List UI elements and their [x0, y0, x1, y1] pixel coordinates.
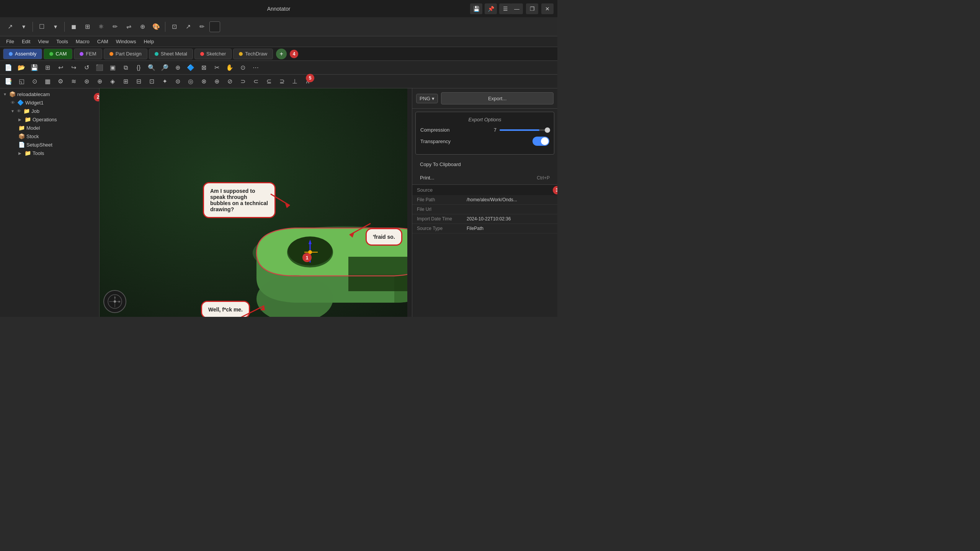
- menu-windows[interactable]: Windows: [113, 38, 139, 45]
- tb3-9[interactable]: ◈: [106, 75, 119, 88]
- tb2-undo[interactable]: ↩: [54, 62, 67, 74]
- tab-fem[interactable]: FEM: [74, 49, 102, 59]
- tb2-search2[interactable]: 🔎: [158, 62, 171, 74]
- tb3-10[interactable]: ⊞: [119, 75, 132, 88]
- tab-techdraw[interactable]: TechDraw: [233, 49, 273, 59]
- tree-stock[interactable]: 📦 Stock: [0, 132, 99, 140]
- pin-icon-btn[interactable]: 📌: [485, 3, 497, 14]
- tb2-more1[interactable]: ⊙: [237, 62, 249, 74]
- color-tool-btn[interactable]: 🎨: [150, 21, 162, 33]
- tb3-8[interactable]: ⊕: [93, 75, 106, 88]
- link-tool-btn[interactable]: ⇌: [122, 21, 135, 33]
- tb3-7[interactable]: ⊛: [80, 75, 93, 88]
- copy-clipboard-item[interactable]: Copy To Clipboard: [415, 158, 554, 170]
- tb3-12[interactable]: ⊡: [145, 75, 158, 88]
- tb2-pan[interactable]: ⊠: [198, 62, 210, 74]
- tree-setupsheet[interactable]: 📄 SetupSheet: [0, 140, 99, 149]
- tb2-cube[interactable]: ⬛: [93, 62, 106, 74]
- tb2-grid[interactable]: ⊞: [41, 62, 54, 74]
- menu-file[interactable]: File: [3, 38, 17, 45]
- tb3-4[interactable]: ▦: [41, 75, 54, 88]
- atom-tool-btn[interactable]: ⚛: [95, 21, 107, 33]
- tb3-16[interactable]: ⊗: [198, 75, 210, 88]
- tb2-open[interactable]: 📂: [15, 62, 28, 74]
- print-item[interactable]: Print... Ctrl+P: [415, 172, 554, 184]
- fill-tool-btn[interactable]: ◼: [67, 21, 80, 33]
- tb2-redo[interactable]: ↪: [67, 62, 80, 74]
- pencil-tool-btn[interactable]: ✏: [109, 21, 121, 33]
- tree-job[interactable]: ▼ 👁 📁 Job: [0, 107, 99, 115]
- slider-thumb[interactable]: [545, 127, 550, 133]
- tb2-new[interactable]: 📄: [2, 62, 15, 74]
- fill-square-btn[interactable]: [209, 21, 220, 32]
- tb2-save[interactable]: 💾: [28, 62, 41, 74]
- tb3-3[interactable]: ⊙: [28, 75, 41, 88]
- tb2-zoom[interactable]: ⊕: [172, 62, 184, 74]
- tb2-search1[interactable]: 🔍: [145, 62, 158, 74]
- 3d-viewport[interactable]: 1 5 Am I supposed to speak through bubbl…: [100, 88, 412, 317]
- menu-help[interactable]: Help: [140, 38, 157, 45]
- table-tool-btn[interactable]: ⊞: [81, 21, 93, 33]
- tb3-21[interactable]: ⊆: [263, 75, 275, 88]
- tb2-code[interactable]: {}: [132, 62, 145, 74]
- tb3-22[interactable]: ⊇: [276, 75, 288, 88]
- export-button[interactable]: Export...: [441, 92, 554, 104]
- tree-operations[interactable]: ▶ 📁 Operations: [0, 115, 99, 124]
- tb2-iso[interactable]: 🔷: [185, 62, 197, 74]
- maximize-button[interactable]: ❐: [526, 3, 538, 14]
- minimize-button[interactable]: —: [511, 3, 523, 14]
- comment-tool-btn[interactable]: ☐: [36, 21, 48, 33]
- eye-widget1[interactable]: 👁: [11, 100, 15, 105]
- tab-cam[interactable]: CAM: [44, 49, 72, 59]
- tb3-11[interactable]: ⊟: [132, 75, 145, 88]
- transparency-toggle[interactable]: [532, 137, 549, 146]
- save-icon-btn[interactable]: 💾: [470, 3, 482, 14]
- tb3-18[interactable]: ⊘: [224, 75, 236, 88]
- tb2-clip[interactable]: ✂: [211, 62, 223, 74]
- tb3-6[interactable]: ≋: [67, 75, 80, 88]
- add-tab-button[interactable]: +: [276, 49, 287, 59]
- tb3-1[interactable]: 📑: [2, 75, 15, 88]
- separator-3: [165, 22, 165, 32]
- format-select[interactable]: PNG ▾: [416, 94, 438, 103]
- compression-slider[interactable]: [500, 129, 549, 131]
- tree-root[interactable]: ▼ 📦 reloadablecam 2: [0, 90, 99, 98]
- tb3-20[interactable]: ⊂: [250, 75, 262, 88]
- menu-edit[interactable]: Edit: [19, 38, 33, 45]
- eye-job[interactable]: 👁: [17, 109, 21, 113]
- tb3-23[interactable]: ⊥: [289, 75, 301, 88]
- menu-icon-btn[interactable]: ☰: [499, 3, 511, 14]
- tb2-hand[interactable]: ✋: [224, 62, 236, 74]
- arrow-tool-btn[interactable]: ↗: [4, 21, 16, 33]
- tb3-17[interactable]: ⊕: [211, 75, 223, 88]
- menu-cam[interactable]: CAM: [94, 38, 111, 45]
- tb3-19[interactable]: ⊃: [237, 75, 249, 88]
- tab-sketcher[interactable]: Sketcher: [194, 49, 232, 59]
- tab-sheet-metal[interactable]: Sheet Metal: [149, 49, 193, 59]
- tab-assembly[interactable]: Assembly: [3, 49, 42, 59]
- zoom-tool-btn[interactable]: ⊕: [136, 21, 149, 33]
- tb2-box[interactable]: ▣: [106, 62, 119, 74]
- tb3-15[interactable]: ◎: [185, 75, 197, 88]
- close-button[interactable]: ✕: [541, 3, 554, 14]
- tb2-more2[interactable]: ⋯: [250, 62, 262, 74]
- menu-tools[interactable]: Tools: [53, 38, 71, 45]
- tb3-13[interactable]: ✦: [158, 75, 171, 88]
- menu-macro[interactable]: Macro: [73, 38, 93, 45]
- tree-tools[interactable]: ▶ 📁 Tools: [0, 149, 99, 157]
- tb2-transform[interactable]: ⧉: [119, 62, 132, 74]
- expand-tool-btn[interactable]: ↗: [182, 21, 194, 33]
- tb3-5[interactable]: ⚙: [54, 75, 67, 88]
- eyedropper-tool-btn[interactable]: ✏: [196, 21, 208, 33]
- arrow-dropdown-btn[interactable]: ▾: [18, 21, 30, 33]
- viewport-scrollbar[interactable]: [407, 88, 412, 317]
- tree-model[interactable]: 📁 Model: [0, 124, 99, 132]
- menu-view[interactable]: View: [35, 38, 52, 45]
- tb2-refresh[interactable]: ↺: [80, 62, 93, 74]
- tab-part-design[interactable]: Part Design: [104, 49, 147, 59]
- tb3-14[interactable]: ⊜: [172, 75, 184, 88]
- tree-widget1[interactable]: 👁 🔷 Widget1: [0, 98, 99, 107]
- comment-dropdown-btn[interactable]: ▾: [49, 21, 62, 33]
- crop-tool-btn[interactable]: ⊡: [168, 21, 180, 33]
- tb3-2[interactable]: ◱: [15, 75, 28, 88]
